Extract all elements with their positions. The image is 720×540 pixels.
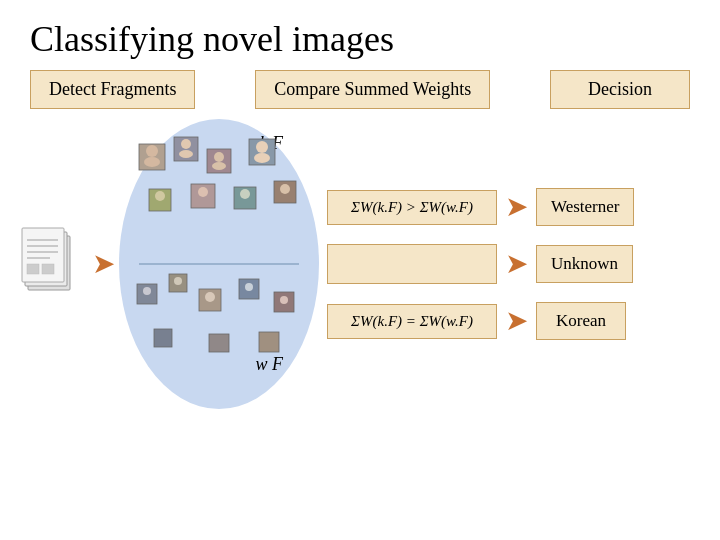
formula-greater: ΣW(k.F) > ΣW(w.F) <box>327 190 497 225</box>
svg-point-10 <box>146 145 158 157</box>
main-content: ➤ k F <box>0 119 720 409</box>
svg-point-19 <box>256 141 268 153</box>
right-panel: ΣW(k.F) > ΣW(w.F) ➤ Westerner ➤ Unknown … <box>327 188 710 340</box>
result-row-korean: ΣW(k.F) = ΣW(w.F) ➤ Korean <box>327 302 710 340</box>
svg-point-16 <box>214 152 224 162</box>
pages-icon <box>20 222 80 306</box>
svg-point-26 <box>240 189 250 199</box>
svg-rect-39 <box>154 329 172 347</box>
svg-point-32 <box>174 277 182 285</box>
svg-point-30 <box>143 287 151 295</box>
svg-point-22 <box>155 191 165 201</box>
svg-rect-7 <box>27 264 39 274</box>
page-title: Classifying novel images <box>0 0 720 70</box>
detect-fragments-box: Detect Fragments <box>30 70 195 109</box>
result-arrow-2: ➤ <box>505 250 528 278</box>
wf-faces <box>119 264 319 409</box>
result-arrow-1: ➤ <box>505 193 528 221</box>
svg-rect-8 <box>42 264 54 274</box>
result-unknown: Unknown <box>536 245 633 283</box>
result-row-unknown: ➤ Unknown <box>327 244 710 284</box>
svg-point-17 <box>212 162 226 170</box>
svg-rect-40 <box>209 334 229 352</box>
svg-point-14 <box>179 150 193 158</box>
svg-point-34 <box>205 292 215 302</box>
result-westerner: Westerner <box>536 188 634 226</box>
svg-point-24 <box>198 187 208 197</box>
svg-point-13 <box>181 139 191 149</box>
decision-box: Decision <box>550 70 690 109</box>
formula-equal: ΣW(k.F) = ΣW(w.F) <box>327 304 497 339</box>
svg-rect-41 <box>259 332 279 352</box>
oval-container: k F <box>119 119 319 409</box>
formula-empty <box>327 244 497 284</box>
svg-point-28 <box>280 184 290 194</box>
svg-point-11 <box>144 157 160 167</box>
svg-point-20 <box>254 153 270 163</box>
result-arrow-3: ➤ <box>505 307 528 335</box>
svg-point-36 <box>245 283 253 291</box>
header-row: Detect Fragments Compare Summed Weights … <box>0 70 720 109</box>
result-row-westerner: ΣW(k.F) > ΣW(w.F) ➤ Westerner <box>327 188 710 226</box>
result-korean: Korean <box>536 302 626 340</box>
input-arrow: ➤ <box>92 250 115 278</box>
svg-point-38 <box>280 296 288 304</box>
kf-faces <box>119 119 319 264</box>
compare-weights-box: Compare Summed Weights <box>255 70 490 109</box>
